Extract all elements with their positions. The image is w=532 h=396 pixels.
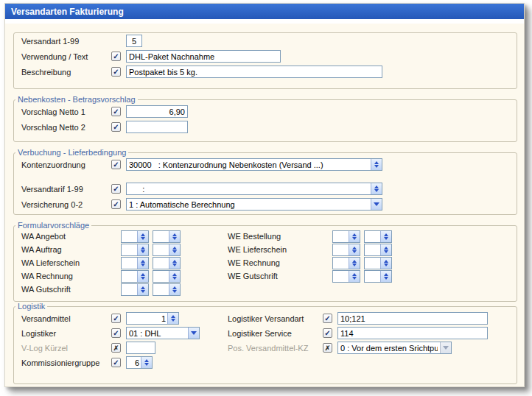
versandart-input[interactable]	[126, 35, 142, 47]
we-gutschrift-input-1[interactable]	[333, 271, 349, 282]
logistiker-input[interactable]	[127, 328, 188, 339]
wa-angebot-label: WA Angebot	[21, 232, 106, 241]
spin-down-icon	[141, 237, 145, 240]
spin-button[interactable]	[349, 244, 360, 255]
spin-button[interactable]	[169, 244, 180, 255]
kontenzuordnung-input[interactable]	[127, 159, 371, 170]
spin-down-icon	[384, 250, 388, 253]
spin-button[interactable]	[137, 284, 148, 295]
spin-button[interactable]	[141, 357, 152, 368]
we-gutschrift-spinner-2	[364, 270, 392, 283]
log-service-checkbox[interactable]: ✓	[323, 328, 332, 338]
versandtarif-input[interactable]	[127, 183, 371, 194]
we-rechnung-input-2[interactable]	[365, 258, 380, 269]
spin-button[interactable]	[137, 231, 148, 242]
vlog-input[interactable]	[126, 342, 155, 354]
formular-right-cell: WE Lieferschein	[228, 244, 396, 256]
formular-left-cell: WA Rechnung	[21, 270, 228, 283]
spin-button[interactable]	[380, 271, 391, 282]
logistik-left-cell: Kommissioniergruppe ✓	[21, 356, 228, 369]
versandtarif-checkbox[interactable]: ✓	[111, 184, 121, 194]
netto2-checkbox[interactable]: ✓	[111, 122, 121, 132]
kommissioniergruppe-checkbox[interactable]: ✓	[111, 358, 121, 367]
beschreibung-input[interactable]	[126, 66, 382, 78]
log-versandart-checkbox[interactable]: ✓	[323, 314, 332, 323]
wa-auftrag-input-1[interactable]	[122, 244, 137, 255]
spin-button[interactable]	[137, 258, 148, 269]
spin-down-icon	[352, 237, 357, 240]
spin-button[interactable]	[349, 271, 360, 282]
kontenzuordnung-spin-button[interactable]	[371, 159, 382, 170]
versicherung-dropdown-button[interactable]	[371, 199, 382, 210]
versandmittel-checkbox[interactable]: ✓	[111, 314, 121, 323]
verwendung-checkbox[interactable]: ✓	[111, 52, 121, 61]
spin-button[interactable]	[137, 244, 148, 255]
wa-auftrag-input-2[interactable]	[153, 244, 169, 255]
verwendung-input[interactable]	[126, 50, 281, 63]
spin-up-icon	[141, 247, 145, 250]
spin-up-icon	[172, 273, 177, 276]
logistiker-dropdown-button[interactable]	[188, 328, 199, 339]
we-lieferschein-input-1[interactable]	[333, 244, 349, 255]
spin-up-icon	[352, 247, 357, 250]
wa-rechnung-input-1[interactable]	[122, 271, 137, 282]
logistiker-checkbox[interactable]: ✓	[111, 328, 121, 338]
wa-gutschrift-input-2[interactable]	[153, 284, 169, 295]
beschreibung-checkbox[interactable]: ✓	[111, 67, 121, 77]
wa-rechnung-spinner-2	[153, 270, 181, 283]
versicherung-checkbox[interactable]: ✓	[111, 199, 121, 209]
spin-button[interactable]	[380, 258, 391, 269]
chevron-down-icon	[191, 331, 197, 335]
spin-down-icon	[384, 264, 388, 266]
pos-vkz-dropdown[interactable]	[337, 342, 452, 354]
spin-button[interactable]	[169, 271, 180, 282]
netto1-checkbox[interactable]: ✓	[111, 107, 121, 116]
netto2-input[interactable]	[126, 121, 188, 133]
spin-button[interactable]	[380, 231, 391, 242]
pos-vkz-input[interactable]	[338, 342, 440, 353]
logistiker-dropdown[interactable]	[126, 327, 200, 339]
log-versandart-input[interactable]	[337, 312, 488, 325]
formular-left-cell: WA Auftrag	[21, 244, 228, 256]
spin-button[interactable]	[169, 258, 180, 269]
row-versandart: Versandart 1-99	[14, 33, 517, 49]
pos-vkz-checkbox[interactable]: ✗	[323, 343, 332, 353]
netto1-input[interactable]	[126, 105, 188, 118]
kontenzuordnung-checkbox[interactable]: ✓	[111, 160, 121, 169]
we-lieferschein-spinner-2	[364, 244, 392, 256]
versicherung-input[interactable]	[127, 199, 371, 210]
we-gutschrift-input-2[interactable]	[365, 271, 380, 282]
wa-rechnung-input-2[interactable]	[153, 271, 169, 282]
spin-down-icon	[171, 319, 175, 322]
row-netto2: Vorschlag Netto 2 ✓	[14, 119, 517, 135]
we-rechnung-input-1[interactable]	[333, 258, 349, 269]
kommissioniergruppe-label: Kommissioniergruppe	[21, 358, 111, 367]
we-bestellung-input-2[interactable]	[365, 231, 380, 242]
versicherung-label: Versicherung 0-2	[21, 200, 111, 209]
spin-button[interactable]	[167, 313, 178, 324]
spin-button[interactable]	[137, 271, 148, 282]
spin-button[interactable]	[169, 231, 180, 242]
spin-button[interactable]	[380, 244, 391, 255]
we-lieferschein-input-2[interactable]	[365, 244, 380, 255]
beschreibung-label: Beschreibung	[21, 68, 111, 77]
kommissioniergruppe-input[interactable]	[127, 357, 141, 368]
spin-button[interactable]	[169, 284, 180, 295]
vlog-checkbox[interactable]: ✗	[111, 343, 121, 353]
wa-angebot-input-1[interactable]	[122, 231, 137, 242]
versicherung-dropdown[interactable]	[126, 198, 382, 211]
wa-gutschrift-input-1[interactable]	[122, 284, 137, 295]
wa-lieferschein-input-1[interactable]	[122, 258, 137, 269]
window-titlebar: Versandarten Fakturierung	[5, 4, 524, 19]
we-gutschrift-spinner-1	[332, 270, 360, 283]
we-bestellung-input-1[interactable]	[333, 231, 349, 242]
spin-button[interactable]	[349, 231, 360, 242]
spin-button[interactable]	[349, 258, 360, 269]
spin-down-icon	[352, 264, 357, 266]
versandmittel-input[interactable]	[127, 313, 167, 324]
wa-lieferschein-input-2[interactable]	[153, 258, 169, 269]
wa-angebot-input-2[interactable]	[153, 231, 169, 242]
log-service-input[interactable]	[337, 327, 488, 339]
versandtarif-spin-button[interactable]	[371, 183, 382, 194]
pos-vkz-dropdown-button[interactable]	[440, 342, 451, 353]
